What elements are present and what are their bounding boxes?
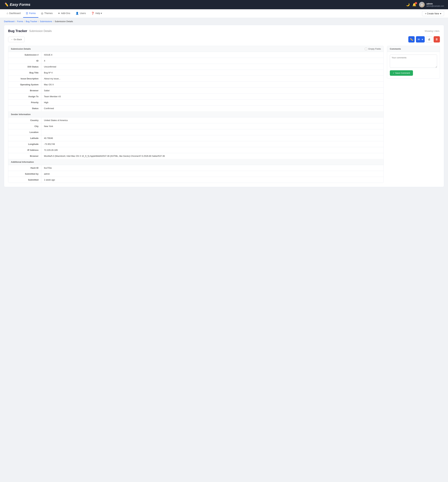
additional-section-header: Additional Information (8, 159, 384, 165)
field-label: Browser (8, 88, 41, 93)
two-col-layout: Submission Details Empty Fields Submissi… (8, 46, 440, 183)
edit-button[interactable]: ✏️ (408, 36, 415, 42)
field-value: Confirmed (41, 105, 384, 111)
nav-item-themes[interactable]: ◎ Themes (38, 9, 55, 18)
print-button[interactable]: 🖨 (426, 36, 432, 42)
print-icon: 🖨 (428, 38, 431, 41)
field-label: Browser (8, 153, 41, 159)
comments-textarea[interactable] (390, 55, 437, 68)
themes-icon: ◎ (41, 12, 43, 15)
field-label: Operating System (8, 82, 41, 88)
go-back-label: ← Go Back (11, 38, 22, 41)
field-label: Status (8, 105, 41, 111)
field-label: DOI Status (8, 64, 41, 70)
field-value: 4 (41, 58, 384, 64)
card-subtitle: Submission Details (29, 30, 52, 32)
table-row: ID 4 (8, 58, 384, 64)
breadcrumb-forms[interactable]: Forms (17, 20, 23, 23)
nav-label-dashboard: Dashboard (9, 12, 21, 15)
help-icon: ❓ (91, 12, 94, 15)
nav-item-help[interactable]: ❓ Help ▾ (88, 9, 105, 18)
sender-fields: Country United States of America City Ne… (8, 117, 384, 159)
admin-profile[interactable]: A admin admin@example.com (419, 2, 444, 8)
edit-icon: ✏️ (410, 38, 413, 41)
field-label: Issue Description (8, 76, 41, 81)
field-value: About my issue... (41, 76, 384, 81)
create-new-label: + Create New (425, 12, 439, 15)
table-row: Bug Title Bug Nº 4 (8, 70, 384, 76)
logo-icon: ✏️ (4, 2, 8, 7)
field-label: Assign To (8, 94, 41, 99)
nav-item-addons[interactable]: ✦ Add-Ons (55, 9, 73, 18)
notification-badge: 1 (415, 2, 417, 4)
app-logo: ✏️ Easy Forms (4, 2, 30, 7)
breadcrumb-sep-4: / (53, 20, 54, 23)
breadcrumb-sep-1: / (16, 20, 16, 23)
sender-section-title: Sender Information (11, 113, 31, 116)
field-value: Team Member #3 (41, 94, 384, 99)
comments-panel: Comments ✓ Save Comment (387, 46, 440, 79)
email-button[interactable]: ✉ ▾ (416, 36, 425, 42)
app-name: Easy Forms (10, 2, 30, 7)
empty-fields-checkbox[interactable] (365, 48, 367, 50)
save-comment-label: ✓ Save Comment (393, 72, 410, 74)
field-label: Submitted by (8, 171, 41, 177)
table-row: IP Address 72.229.28.185 (8, 147, 384, 153)
card-header: Bug Tracker Submission Details Showing 1… (8, 29, 440, 33)
breadcrumb-submissions[interactable]: Submissions (40, 20, 52, 23)
topbar-right: 🌙 🔔 1 A admin admin@example.com (406, 2, 444, 8)
delete-button[interactable]: 🗑 (434, 36, 440, 42)
table-row: Location (8, 129, 384, 135)
field-value: 72.229.28.185 (41, 147, 384, 153)
table-row: Browser Mozilla/5.0 (Macintosh; Intel Ma… (8, 153, 384, 159)
field-value: admin (41, 171, 384, 177)
table-row: Assign To Team Member #3 (8, 94, 384, 100)
field-value: Mac OS X (41, 82, 384, 88)
card-title-area: Bug Tracker Submission Details (8, 29, 52, 33)
field-value: Mozilla/5.0 (Macintosh; Intel Mac OS X 1… (41, 153, 384, 159)
field-label: Hash ID (8, 165, 41, 171)
nav-label-addons: Add-Ons (61, 12, 70, 15)
create-new-button[interactable]: + Create New ▾ (422, 11, 444, 16)
field-value: 40.79046 (41, 135, 384, 141)
field-label: Bug Title (8, 70, 41, 76)
nav-item-users[interactable]: 👤 Users (73, 9, 89, 18)
field-value: 1 week ago (41, 177, 384, 183)
field-label: Country (8, 117, 41, 123)
breadcrumb-sep-2: / (24, 20, 25, 23)
field-label: ID (8, 58, 41, 64)
table-row: DOI Status Unconfirmed (8, 64, 384, 70)
card-meta: Showing 1 item. (425, 30, 440, 32)
save-comment-button[interactable]: ✓ Save Comment (390, 70, 413, 76)
go-back-button[interactable]: ← Go Back (8, 37, 25, 42)
submission-section-title: Submission Details (11, 48, 31, 50)
table-row: Submitted by admin (8, 171, 384, 177)
notifications-icon[interactable]: 🔔 1 (412, 3, 416, 7)
field-value: 6xxTDw (41, 165, 384, 171)
breadcrumb-current: Submission Details (55, 20, 73, 23)
breadcrumb-dashboard[interactable]: Dashboard (4, 20, 15, 23)
field-value: -73.951749 (41, 141, 384, 147)
content-card: Bug Tracker Submission Details Showing 1… (4, 25, 444, 187)
empty-fields-toggle[interactable]: Empty Fields (365, 48, 381, 50)
action-buttons: ✏️ ✉ ▾ 🖨 🗑 (408, 36, 440, 42)
topbar: ✏️ Easy Forms 🌙 🔔 1 A admin admin@exampl… (0, 0, 448, 9)
table-row: Longitude -73.951749 (8, 141, 384, 147)
comments-title: Comments (390, 48, 401, 50)
delete-icon: 🗑 (435, 38, 438, 41)
table-row: Hash ID 6xxTDw (8, 165, 384, 171)
nav-item-dashboard[interactable]: ⌂ Dashboard (4, 9, 23, 18)
field-value: Unconfirmed (41, 64, 384, 70)
breadcrumb: Dashboard / Forms / Bug Tracker / Submis… (0, 18, 448, 25)
theme-toggle-icon[interactable]: 🌙 (406, 3, 410, 7)
field-value: High (41, 100, 384, 105)
breadcrumb-bugtracker[interactable]: Bug Tracker (26, 20, 37, 23)
nav-label-help: Help ▾ (95, 12, 102, 15)
breadcrumb-sep-3: / (38, 20, 39, 23)
nav-label-themes: Themes (44, 12, 53, 15)
submission-section-header: Submission Details Empty Fields (8, 46, 384, 52)
comments-body: ✓ Save Comment (387, 52, 440, 78)
field-label: City (8, 123, 41, 129)
nav-item-forms[interactable]: ☰ Forms (23, 9, 38, 18)
field-label: Priority (8, 100, 41, 105)
